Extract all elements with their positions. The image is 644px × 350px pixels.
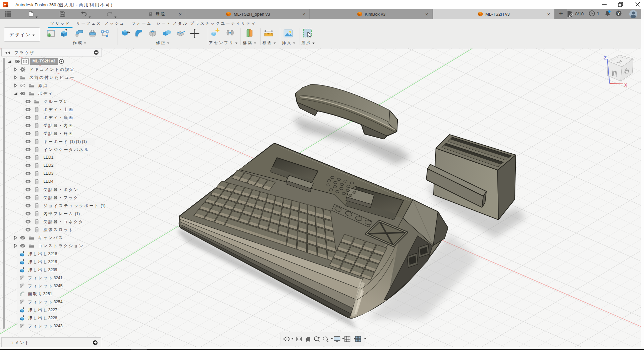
svg-text:?: ?	[617, 11, 620, 16]
svg-text:Z: Z	[604, 55, 607, 60]
svg-text:X: X	[624, 82, 627, 88]
